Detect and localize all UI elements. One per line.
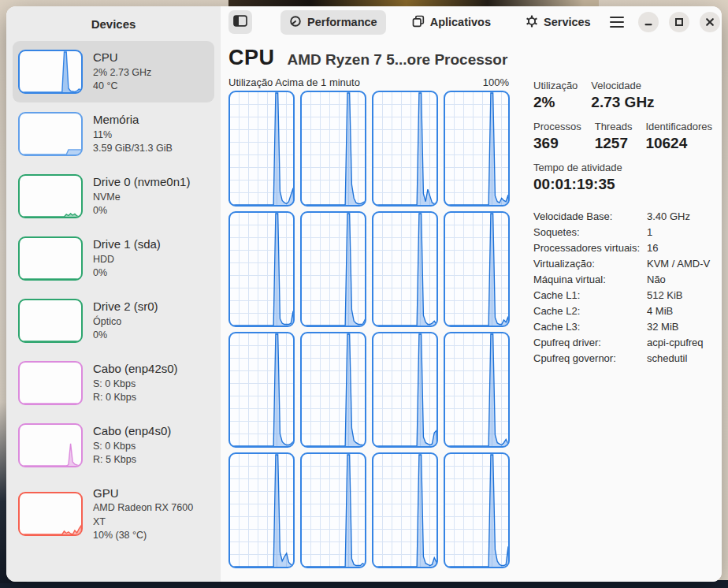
sidebar-toggle-button[interactable] xyxy=(228,10,252,34)
page-title-row: CPU AMD Ryzen 7 5...ore Processor xyxy=(228,46,715,70)
detail-label: Virtualização: xyxy=(533,256,647,272)
tab-aplicativos[interactable]: Aplicativos xyxy=(403,10,500,35)
device-text: Cabo (enp4s0)S: 0 KbpsR: 5 Kbps xyxy=(93,423,171,467)
detail-value: 512 KiB xyxy=(647,288,683,303)
detail-value: 3.40 GHz xyxy=(647,209,690,225)
graphs-header: Utilização Acima de 1 minuto 100% xyxy=(228,76,510,88)
device-text: Cabo (enp42s0)S: 0 KbpsR: 0 Kbps xyxy=(93,361,178,404)
device-line1: S: 0 Kbps xyxy=(93,378,178,392)
detail-label: Cache L1: xyxy=(533,288,647,303)
cpu-graphs-column: Utilização Acima de 1 minuto 100% xyxy=(228,76,510,568)
cpu-core-graph-8 xyxy=(228,332,295,448)
memory-mini-graph xyxy=(18,112,83,156)
device-title: Drive 2 (sr0) xyxy=(93,299,158,314)
detail-row: Velocidade Base:3.40 GHz xyxy=(533,209,712,225)
gauge-icon xyxy=(289,15,302,30)
detail-value: schedutil xyxy=(647,351,687,367)
sidebar-item-net-enp4s0[interactable]: Cabo (enp4s0)S: 0 KbpsR: 5 Kbps xyxy=(13,415,214,476)
sidebar: Devices CPU2% 2.73 GHz40 °CMemória11%3.5… xyxy=(6,6,221,582)
device-title: Drive 0 (nvme0n1) xyxy=(93,174,190,190)
detail-value: 1 xyxy=(647,225,652,240)
minimize-button[interactable] xyxy=(638,12,659,32)
device-line1: HDD xyxy=(93,253,161,267)
stat-utilization-cell: Velocidade2.73 GHz xyxy=(591,80,654,111)
sidebar-toggle-icon xyxy=(233,15,247,29)
net-enp42s0-mini-graph xyxy=(18,361,83,405)
stat-utilization-cell: Utilização2% xyxy=(533,80,578,111)
stat-label: Identificadores xyxy=(645,121,712,132)
drive2-mini-graph xyxy=(18,299,83,343)
cpu-mini-graph xyxy=(18,50,83,94)
detail-label: Soquetes: xyxy=(533,225,647,240)
main-pane: Performance Aplicativos xyxy=(221,6,722,582)
close-icon xyxy=(705,17,715,27)
device-text: Memória11%3.59 GiB/31.3 GiB xyxy=(93,112,173,155)
minimize-icon xyxy=(644,17,653,27)
page-title: CPU xyxy=(228,46,275,70)
stat-value: 1257 xyxy=(595,135,633,152)
stat-uptime-cell: Tempo de atividade00:01:19:35 xyxy=(533,162,622,193)
net-enp4s0-mini-graph xyxy=(18,423,83,467)
apps-windows-icon xyxy=(412,15,425,30)
sidebar-item-net-enp42s0[interactable]: Cabo (enp42s0)S: 0 KbpsR: 0 Kbps xyxy=(13,352,214,414)
device-text: Drive 1 (sda)HDD0% xyxy=(93,236,161,280)
view-tabs: Performance Aplicativos xyxy=(280,10,600,35)
sidebar-item-drive0[interactable]: Drive 0 (nvme0n1)NVMe0% xyxy=(13,166,214,227)
maximize-button[interactable] xyxy=(669,12,689,32)
cpu-core-graph-10 xyxy=(372,332,438,448)
stat-value: 369 xyxy=(533,135,581,152)
cpu-core-graph-9 xyxy=(300,332,366,448)
tab-aplicativos-label: Aplicativos xyxy=(430,16,491,28)
cpu-core-graph-1 xyxy=(300,91,366,207)
device-line1: 2% 2.73 GHz xyxy=(93,66,151,80)
maximize-icon xyxy=(674,17,684,27)
detail-value: 32 MiB xyxy=(647,319,678,335)
headerbar: Performance Aplicativos xyxy=(221,6,722,38)
sidebar-item-drive1[interactable]: Drive 1 (sda)HDD0% xyxy=(13,228,214,289)
detail-row: Processadores virtuais:16 xyxy=(533,240,712,256)
detail-label: Cache L2: xyxy=(533,303,647,319)
cpu-core-graph-2 xyxy=(372,91,438,207)
device-line2: R: 5 Kbps xyxy=(93,453,171,467)
cpu-core-graph-12 xyxy=(228,452,295,568)
detail-label: Cpufreq driver: xyxy=(533,335,647,351)
cpu-core-graph-11 xyxy=(444,332,510,448)
stat-label: Utilização xyxy=(533,80,578,91)
device-title: GPU xyxy=(93,486,208,501)
detail-value: 16 xyxy=(647,240,658,256)
stats-row-uptime: Tempo de atividade00:01:19:35 xyxy=(533,162,712,193)
detail-value: Não xyxy=(647,272,666,288)
drive1-mini-graph xyxy=(18,236,83,281)
graph-title-label: Utilização Acima de 1 minuto xyxy=(228,76,360,88)
device-title: Memória xyxy=(93,112,173,128)
device-text: GPUAMD Radeon RX 7600 XT10% (38 °C) xyxy=(93,486,208,543)
graph-max-label: 100% xyxy=(483,76,509,88)
window-controls xyxy=(606,12,720,32)
device-text: CPU2% 2.73 GHz40 °C xyxy=(93,50,151,93)
stats-row-utilization: Utilização2%Velocidade2.73 GHz xyxy=(533,80,712,111)
gpu-mini-graph xyxy=(18,492,83,536)
detail-label: Máquina virtual: xyxy=(533,272,647,288)
device-line1: AMD Radeon RX 7600 XT xyxy=(93,501,208,529)
device-line1: S: 0 Kbps xyxy=(93,440,171,454)
sidebar-item-gpu[interactable]: GPUAMD Radeon RX 7600 XT10% (38 °C) xyxy=(13,477,214,552)
device-line2: R: 0 Kbps xyxy=(93,391,178,405)
cpu-stats-panel: Utilização2%Velocidade2.73 GHz Processos… xyxy=(533,76,712,568)
cpu-core-graph-7 xyxy=(444,211,510,327)
stat-label: Tempo de atividade xyxy=(533,162,622,173)
tab-services[interactable]: Services xyxy=(517,10,600,35)
device-line1: 11% xyxy=(93,128,173,143)
menu-button[interactable] xyxy=(606,12,628,32)
stat-processes-cell: Processos369 xyxy=(533,121,581,152)
detail-row: Cpufreq governor:schedutil xyxy=(533,351,712,367)
cpu-core-graph-13 xyxy=(300,452,366,568)
sidebar-item-drive2[interactable]: Drive 2 (sr0)Óptico0% xyxy=(13,290,214,352)
close-button[interactable] xyxy=(700,12,720,32)
stat-value: 10624 xyxy=(645,135,712,152)
detail-row: Máquina virtual:Não xyxy=(533,272,712,288)
tab-performance[interactable]: Performance xyxy=(280,10,386,35)
device-line2: 40 °C xyxy=(93,80,151,94)
sidebar-item-cpu[interactable]: CPU2% 2.73 GHz40 °C xyxy=(13,41,214,102)
device-line2: 10% (38 °C) xyxy=(93,529,208,543)
sidebar-item-memory[interactable]: Memória11%3.59 GiB/31.3 GiB xyxy=(13,103,214,165)
